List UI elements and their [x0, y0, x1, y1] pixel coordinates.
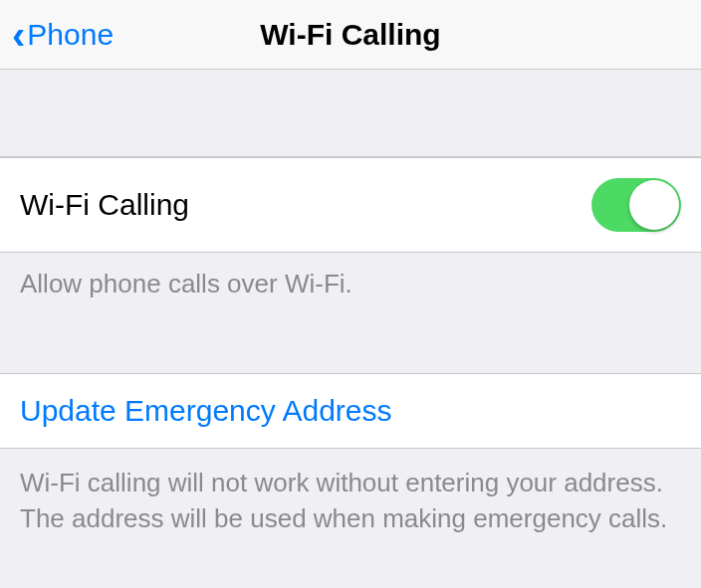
- wifi-calling-row: Wi-Fi Calling: [0, 157, 701, 253]
- update-emergency-address-label: Update Emergency Address: [20, 394, 392, 427]
- page-title: Wi-Fi Calling: [260, 18, 440, 52]
- navigation-bar: ‹ Phone Wi-Fi Calling: [0, 0, 701, 70]
- toggle-knob: [629, 180, 679, 230]
- section-spacer: [0, 70, 701, 157]
- update-emergency-address-button[interactable]: Update Emergency Address: [0, 373, 701, 449]
- chevron-left-icon: ‹: [12, 15, 25, 55]
- section-spacer: [0, 325, 701, 373]
- wifi-calling-toggle[interactable]: [591, 178, 681, 232]
- wifi-calling-footer: Allow phone calls over Wi-Fi.: [0, 253, 701, 325]
- wifi-calling-label: Wi-Fi Calling: [20, 188, 189, 222]
- emergency-info-text: Wi-Fi calling will not work without ente…: [0, 449, 701, 553]
- back-label: Phone: [27, 18, 114, 52]
- back-button[interactable]: ‹ Phone: [12, 15, 114, 55]
